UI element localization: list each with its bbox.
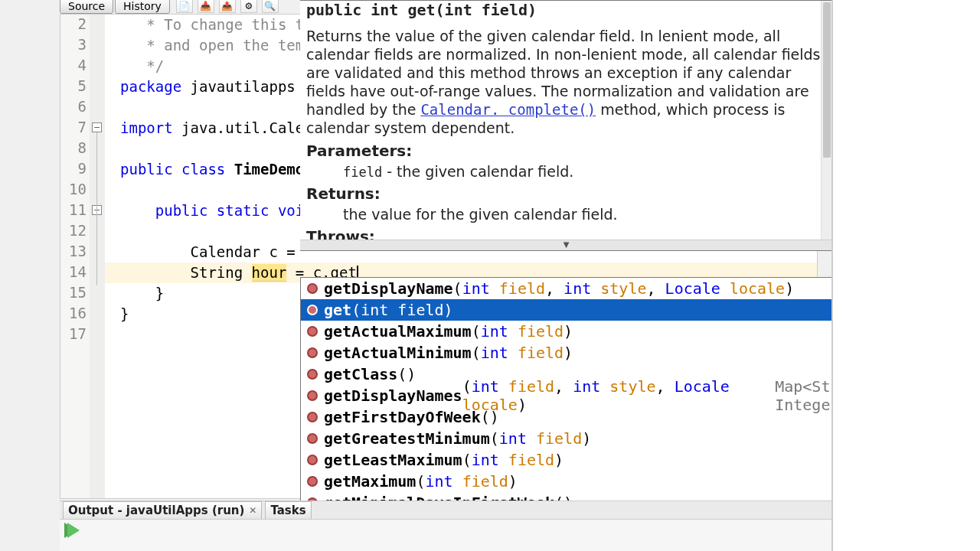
code-line: package javautilapps xyxy=(120,77,296,97)
gutter: − − 234567891011121314151617 xyxy=(60,15,105,498)
code-line: public class TimeDemo xyxy=(120,159,304,180)
line-number: 14 xyxy=(60,263,87,280)
line-number: 12 xyxy=(60,222,87,239)
line-number: 10 xyxy=(60,181,87,197)
completion-params: (int field) xyxy=(490,429,591,448)
find-icon[interactable]: 🔍 xyxy=(262,0,279,13)
completion-method-name: getActualMaximum xyxy=(324,322,472,341)
line-number: 7 xyxy=(60,119,87,135)
completion-method-name: getDisplayName xyxy=(324,279,453,298)
code-line: */ xyxy=(120,56,164,77)
javadoc-popup: public int get(int field) Returns the va… xyxy=(300,0,833,251)
right-panel xyxy=(831,0,980,551)
completion-params: (int field) xyxy=(416,472,517,491)
toolbar-button-4[interactable]: ⚙ xyxy=(240,0,257,13)
close-icon[interactable]: ✕ xyxy=(249,505,256,516)
completion-method-name: getActualMinimum xyxy=(324,344,472,362)
line-number: 3 xyxy=(60,36,87,53)
javadoc-params-header: Parameters: xyxy=(306,142,825,160)
line-number: 13 xyxy=(60,243,87,259)
code-line: public static void xyxy=(120,201,313,221)
line-number: 15 xyxy=(60,284,87,301)
completion-params: () xyxy=(397,365,416,383)
fold-toggle-icon[interactable]: − xyxy=(92,122,102,132)
method-icon xyxy=(307,369,318,380)
completion-method-name: getFirstDayOfWeek xyxy=(324,408,481,426)
tab-source[interactable]: Source xyxy=(60,0,113,14)
output-tab[interactable]: Output - javaUtilApps (run) ✕ xyxy=(63,501,262,520)
code-line: import java.util.Cale xyxy=(120,118,304,139)
line-number: 9 xyxy=(60,160,87,177)
line-number: 16 xyxy=(60,305,87,321)
method-icon xyxy=(307,476,318,487)
javadoc-link[interactable]: Calendar. complete() xyxy=(420,101,596,118)
javadoc-scrollbar[interactable] xyxy=(821,1,832,240)
code-line: * To change this tem xyxy=(120,15,322,35)
method-icon xyxy=(307,347,318,358)
method-icon xyxy=(307,390,318,401)
completion-params: (int field) xyxy=(472,322,573,341)
completion-params: (int field) xyxy=(351,301,452,319)
completion-params: (int field) xyxy=(472,344,573,362)
method-icon xyxy=(307,455,318,465)
code-line: } xyxy=(120,304,129,324)
javadoc-body: Returns the value of the given calendar … xyxy=(306,27,825,137)
completion-method-name: getMaximum xyxy=(324,472,416,491)
toolbar-button-3[interactable]: 📤 xyxy=(219,0,236,13)
completion-params: () xyxy=(481,408,499,426)
method-icon xyxy=(307,305,318,315)
line-number: 8 xyxy=(60,139,87,156)
tasks-tab[interactable]: Tasks xyxy=(265,501,311,520)
run-icon xyxy=(67,523,80,538)
completion-params: (int field, int style, Locale locale) xyxy=(453,279,795,298)
completion-method-name: get xyxy=(324,301,351,319)
code-line: * and open the templ xyxy=(120,35,322,56)
code-line: Calendar c = xyxy=(120,242,304,262)
method-icon xyxy=(307,433,318,444)
tab-history[interactable]: History xyxy=(115,0,170,14)
javadoc-signature: public int get(int field) xyxy=(306,1,825,19)
completion-method-name: getClass xyxy=(324,365,397,383)
scroll-down-icon[interactable]: ▼ xyxy=(300,240,832,250)
javadoc-returns-header: Returns: xyxy=(306,184,825,203)
line-number: 11 xyxy=(60,201,87,218)
completion-params: (int field, int style, Locale locale) xyxy=(462,377,776,414)
method-icon xyxy=(307,326,318,337)
completion-params: (int field) xyxy=(462,451,564,469)
code-line: } xyxy=(120,283,164,304)
toolbar-button-2[interactable]: 📥 xyxy=(198,0,214,13)
javadoc-returns-text: the value for the given calendar field. xyxy=(343,206,825,223)
javadoc-params-text: field - the given calendar field. xyxy=(343,163,825,180)
completion-method-name: getDisplayNames xyxy=(324,386,462,405)
line-number: 5 xyxy=(60,77,87,94)
line-number: 17 xyxy=(60,325,87,342)
method-icon xyxy=(307,283,318,294)
completion-method-name: getLeastMaximum xyxy=(324,451,462,469)
completion-method-name: getGreatestMinimum xyxy=(324,429,490,448)
method-icon xyxy=(307,412,318,422)
line-number: 6 xyxy=(60,98,87,115)
toolbar-button-1[interactable]: 📄 xyxy=(176,0,193,13)
line-number: 4 xyxy=(60,57,87,73)
line-number: 2 xyxy=(60,15,87,32)
